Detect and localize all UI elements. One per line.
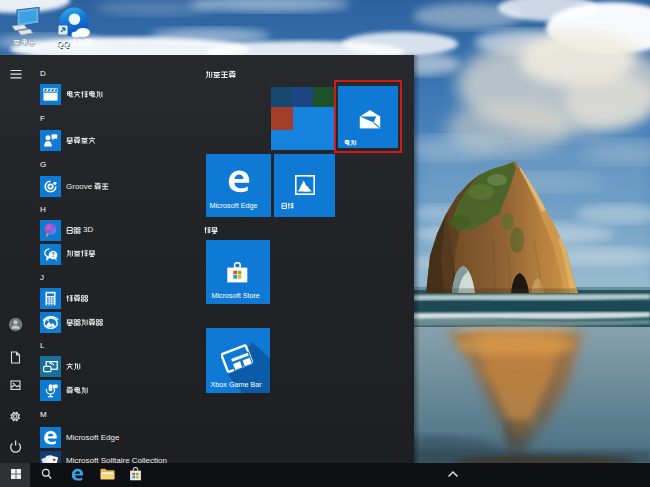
svg-text:?: ? <box>51 251 55 258</box>
